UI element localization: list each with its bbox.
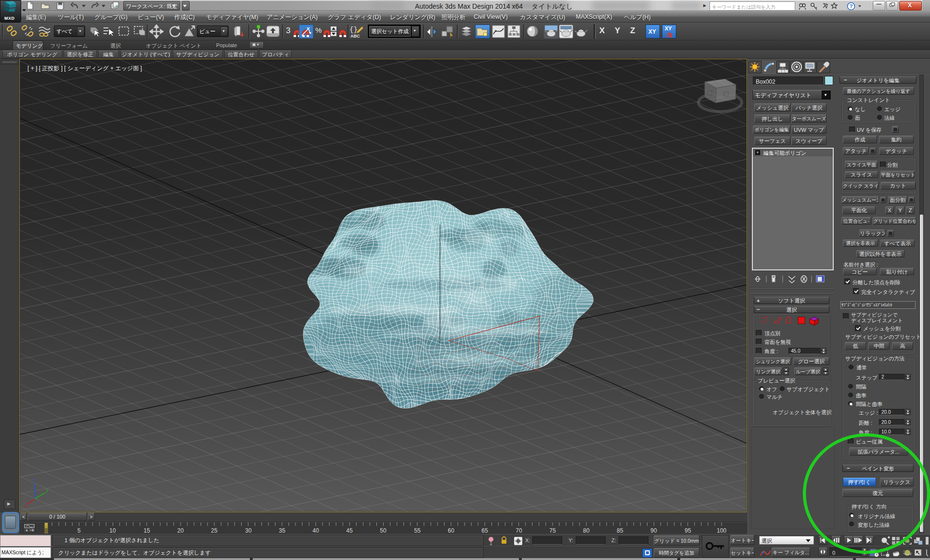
- svg-text:85: 85: [617, 527, 623, 534]
- svg-text:x: x: [25, 504, 27, 509]
- svg-text:25: 25: [211, 527, 218, 534]
- svg-text:65: 65: [481, 527, 488, 534]
- svg-text:20: 20: [177, 527, 184, 534]
- svg-text:75: 75: [549, 527, 556, 534]
- svg-text:y: y: [46, 488, 49, 493]
- svg-text:30: 30: [245, 527, 252, 534]
- svg-text:z: z: [33, 477, 35, 482]
- svg-text:100: 100: [717, 527, 726, 534]
- svg-text:{}: {}: [349, 26, 358, 34]
- svg-text:35: 35: [279, 527, 285, 534]
- svg-text:15: 15: [143, 527, 150, 534]
- svg-text:40: 40: [312, 527, 319, 534]
- svg-text:45: 45: [346, 527, 353, 534]
- svg-text:50: 50: [380, 527, 387, 534]
- svg-text:80: 80: [583, 527, 590, 534]
- svg-text:ABC: ABC: [350, 34, 360, 38]
- svg-text:90: 90: [650, 527, 657, 534]
- svg-text:60: 60: [448, 527, 454, 534]
- svg-text:?: ?: [850, 3, 853, 9]
- svg-text:70: 70: [516, 527, 522, 534]
- svg-text:10: 10: [109, 527, 116, 534]
- svg-text:[ + ] [ 正投影 ] [ シェーディング + エッジ面: [ + ] [ 正投影 ] [ シェーディング + エッジ面 ]: [27, 65, 142, 72]
- svg-text:95: 95: [685, 527, 691, 534]
- svg-text:5: 5: [78, 527, 81, 534]
- svg-text:55: 55: [414, 527, 421, 534]
